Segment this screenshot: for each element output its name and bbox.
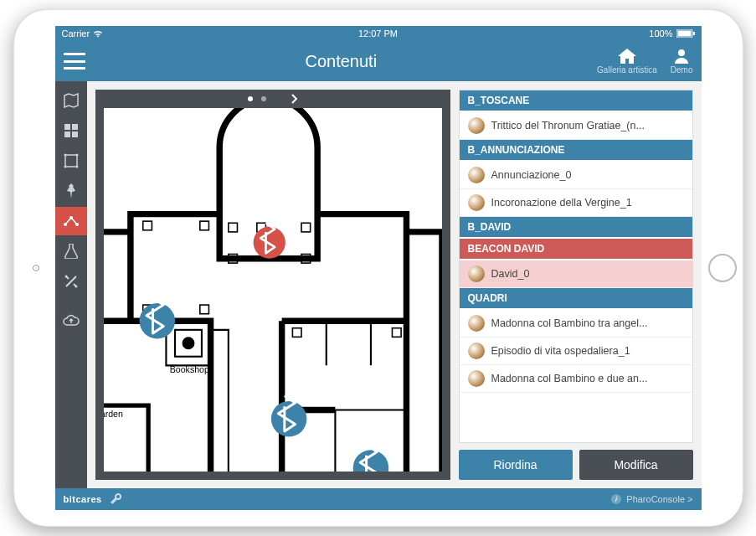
svg-point-10	[75, 154, 78, 157]
list-item-label: Trittico del Thronum Gratiae_(n...	[491, 120, 645, 131]
svg-rect-4	[64, 124, 70, 130]
list-item[interactable]: Incoronazione della Vergine_1	[460, 189, 692, 217]
console-label[interactable]: PharoConsole >	[626, 494, 692, 504]
list-item[interactable]: Madonna col Bambino e due an...	[460, 365, 692, 393]
content-area: Bookshop arden B_TOSCANE	[55, 81, 702, 488]
bookshop-label: Bookshop	[169, 364, 208, 374]
tool-path[interactable]	[55, 207, 87, 235]
list-item-label: Episodio di vita ospedaliera_1	[491, 345, 630, 357]
floorplan-canvas[interactable]: Bookshop arden	[104, 108, 442, 472]
svg-rect-28	[199, 305, 208, 314]
svg-rect-26	[199, 221, 208, 230]
artwork-thumb-icon	[468, 343, 485, 359]
battery-icon	[676, 29, 695, 38]
list-header[interactable]: QUADRI	[460, 288, 692, 310]
artwork-thumb-icon	[468, 265, 485, 282]
artwork-thumb-icon	[468, 194, 485, 211]
svg-rect-1	[677, 31, 691, 37]
floorplan-pager[interactable]	[95, 90, 450, 108]
beacon-icon[interactable]	[139, 298, 175, 339]
tool-pin[interactable]	[55, 177, 87, 205]
svg-rect-5	[72, 124, 78, 130]
artwork-thumb-icon	[468, 315, 485, 332]
artwork-thumb-icon	[468, 167, 485, 183]
list-header[interactable]: B_TOSCANE	[460, 90, 692, 112]
wifi-icon	[93, 30, 103, 38]
tool-settings[interactable]	[55, 267, 87, 296]
side-panel: B_TOSCANE Trittico del Thronum Gratiae_(…	[459, 90, 693, 480]
svg-point-9	[64, 154, 66, 157]
app-screen: Carrier 12:07 PM 100% Contenuti	[55, 26, 702, 510]
svg-rect-25	[142, 221, 152, 230]
gallery-label: Galleria artistica	[597, 65, 657, 75]
user-label: Demo	[671, 65, 693, 75]
page-title: Contenuti	[305, 52, 377, 71]
artwork-thumb-icon	[468, 117, 485, 134]
clock-label: 12:07 PM	[358, 28, 398, 39]
list-header-alert[interactable]: BEACON DAVID	[460, 239, 692, 260]
tool-bounds[interactable]	[55, 147, 87, 175]
battery-label: 100%	[649, 28, 672, 39]
tool-map[interactable]	[55, 86, 87, 115]
svg-rect-2	[693, 32, 695, 35]
garden-label: arden	[104, 409, 123, 419]
edit-button[interactable]: Modifica	[579, 450, 693, 480]
tablet-frame: Carrier 12:07 PM 100% Contenuti	[13, 9, 743, 527]
home-button[interactable]	[708, 254, 737, 282]
svg-rect-20	[228, 223, 237, 232]
left-toolbar	[55, 81, 87, 488]
svg-point-3	[678, 49, 685, 56]
list-item-label: Incoronazione della Vergine_1	[491, 197, 632, 209]
reorder-button[interactable]: Riordina	[459, 450, 573, 480]
list-header[interactable]: B_ANNUNCIAZIONE	[460, 140, 692, 162]
svg-point-12	[75, 166, 78, 168]
pager-dot-1[interactable]	[248, 96, 253, 101]
svg-rect-22	[301, 223, 311, 232]
user-button[interactable]: Demo	[671, 49, 693, 75]
wrench-icon[interactable]	[111, 493, 122, 505]
list-item-label: Madonna col Bambino tra angel...	[491, 317, 648, 329]
app-bar: Contenuti Galleria artistica Demo	[55, 41, 702, 81]
beacon-icon[interactable]	[270, 396, 306, 437]
menu-button[interactable]	[64, 53, 85, 70]
content-list[interactable]: B_TOSCANE Trittico del Thronum Gratiae_(…	[459, 90, 693, 443]
svg-rect-7	[72, 131, 78, 137]
gallery-button[interactable]: Galleria artistica	[597, 49, 657, 75]
carrier-label: Carrier	[62, 28, 90, 39]
list-item[interactable]: Annunciazione_0	[460, 162, 692, 189]
list-item[interactable]: Trittico del Thronum Gratiae_(n...	[460, 112, 692, 140]
action-row: Riordina Modifica	[459, 450, 693, 480]
footer-bar: bitcares i PharoConsole >	[55, 488, 702, 510]
main-panel: Bookshop arden B_TOSCANE	[87, 81, 702, 488]
artwork-thumb-icon	[468, 370, 485, 387]
beacon-icon[interactable]	[253, 223, 285, 259]
list-item-label: David_0	[491, 268, 530, 280]
list-item[interactable]: David_0	[460, 260, 692, 288]
info-icon[interactable]: i	[611, 494, 621, 504]
svg-rect-30	[392, 328, 401, 338]
brand-logo: bitcares	[64, 494, 102, 504]
tool-cloud[interactable]	[55, 306, 87, 334]
svg-rect-6	[64, 131, 70, 137]
pager-dot-2[interactable]	[261, 96, 266, 101]
list-item-label: Annunciazione_0	[491, 169, 572, 181]
svg-point-19	[183, 338, 193, 348]
svg-point-17	[75, 286, 77, 288]
floorplan-card: Bookshop arden	[95, 90, 450, 480]
tool-grid[interactable]	[55, 116, 87, 145]
home-icon	[618, 49, 636, 64]
list-header[interactable]: B_DAVID	[460, 217, 692, 239]
svg-point-16	[64, 276, 67, 278]
chevron-right-icon[interactable]	[291, 94, 298, 104]
tool-lab[interactable]	[55, 237, 87, 265]
status-bar: Carrier 12:07 PM 100%	[55, 26, 702, 41]
user-icon	[674, 49, 689, 64]
svg-rect-8	[65, 155, 77, 167]
svg-point-11	[64, 166, 66, 168]
list-item-label: Madonna col Bambino e due an...	[491, 373, 648, 384]
svg-rect-29	[292, 328, 301, 338]
list-item[interactable]: Episodio di vita ospedaliera_1	[460, 338, 692, 365]
camera-dot	[33, 265, 39, 271]
beacon-icon[interactable]	[352, 445, 388, 472]
list-item[interactable]: Madonna col Bambino tra angel...	[460, 310, 692, 338]
